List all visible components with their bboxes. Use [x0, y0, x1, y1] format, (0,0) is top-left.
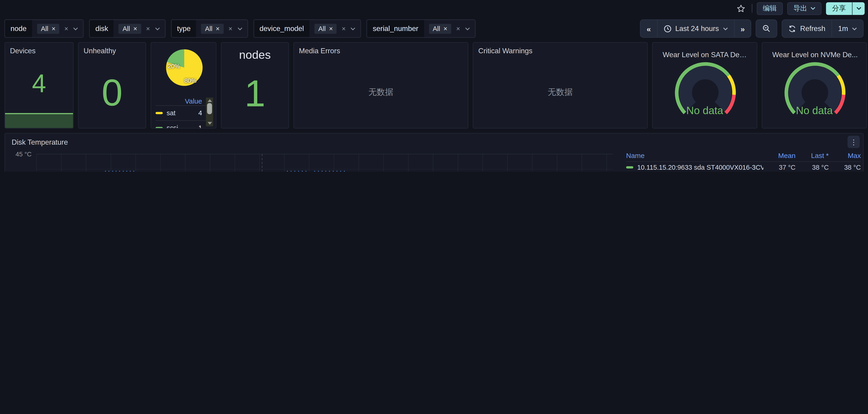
legend-column-header[interactable]: Last * — [796, 152, 829, 159]
filter-selected-chip[interactable]: All× — [314, 24, 337, 33]
pie-legend-value: 4 — [198, 109, 202, 117]
chevron-down-icon — [155, 27, 160, 30]
legend-series-name[interactable]: 10.115.15.20:9633 sda ST4000VX016-3CV104 — [626, 164, 763, 171]
filter-label[interactable]: serial_number — [367, 20, 424, 37]
filter-dropdown-arrow[interactable] — [73, 27, 78, 30]
filter-selected-chip[interactable]: All× — [37, 24, 59, 33]
pie-legend-scrollbar[interactable] — [206, 97, 213, 126]
time-range-group: « Last 24 hours » — [640, 19, 751, 38]
temperature-time-series-chart[interactable]: 45 °C40 °C35 °C30 °C25 °C20 °C23:0000:00… — [5, 134, 620, 172]
filter-value-box[interactable]: All×× — [32, 20, 83, 37]
panel-title[interactable]: Disk Temperature — [12, 138, 68, 146]
chip-remove-icon[interactable]: × — [216, 25, 220, 32]
pie-legend-row[interactable]: sat4 — [156, 106, 213, 120]
chip-remove-icon[interactable]: × — [133, 25, 137, 32]
filter-clear-icon[interactable]: × — [228, 25, 232, 32]
filter-value-box[interactable]: All×× — [196, 20, 247, 37]
refresh-interval-dropdown[interactable]: 1m — [832, 20, 863, 37]
filter-disk: diskAll×× — [89, 19, 165, 38]
edit-button[interactable]: 编辑 — [757, 2, 783, 15]
scrollbar-thumb[interactable] — [207, 103, 212, 114]
filter-label[interactable]: device_model — [254, 20, 310, 37]
panel-title[interactable]: Critical Warnings — [478, 47, 644, 55]
filter-value-box[interactable]: All×× — [310, 20, 361, 37]
refresh-icon — [788, 25, 797, 32]
devices-bar-gauge — [5, 113, 73, 128]
filter-label[interactable]: type — [172, 20, 196, 37]
zoom-out-icon — [763, 24, 771, 33]
panel-device-type-pie: 20% 80% Value sat4scsi1 — [151, 42, 216, 128]
top-toolbar: 编辑 导出 分享 — [0, 0, 868, 17]
legend-row: 10.115.15.20:9633 sda ST4000VX016-3CV104… — [626, 161, 861, 172]
devices-value: 4 — [5, 68, 73, 98]
filter-dropdown-arrow[interactable] — [155, 27, 160, 30]
filter-dropdown-arrow[interactable] — [350, 27, 355, 30]
pie-legend-row[interactable]: scsi1 — [156, 120, 213, 128]
series-line — [36, 171, 613, 172]
chevron-down-icon — [237, 27, 242, 30]
chip-remove-icon[interactable]: × — [329, 25, 333, 32]
chip-remove-icon[interactable]: × — [443, 25, 447, 32]
filter-dropdown-arrow[interactable] — [465, 27, 470, 30]
chevron-down-icon — [810, 7, 815, 10]
zoom-out-button[interactable] — [756, 20, 777, 37]
panel-title[interactable]: Unhealthy — [84, 47, 142, 55]
chevron-down-icon — [852, 27, 857, 30]
chip-remove-icon[interactable]: × — [52, 25, 56, 32]
share-split-button: 分享 — [826, 2, 865, 15]
filter-clear-icon[interactable]: × — [146, 25, 150, 32]
filter-label[interactable]: disk — [90, 20, 114, 37]
time-range-picker[interactable]: Last 24 hours — [657, 20, 734, 37]
share-button[interactable]: 分享 — [826, 2, 852, 15]
pie-legend-label[interactable]: sat — [166, 109, 194, 117]
legend-column-header[interactable]: Max — [829, 152, 861, 159]
time-shift-back-button[interactable]: « — [641, 20, 657, 37]
filter-value-box[interactable]: All×× — [114, 20, 165, 37]
favorite-star-icon[interactable] — [734, 2, 747, 14]
filter-selected-chip[interactable]: All× — [429, 24, 451, 33]
panel-devices: Devices 4 — [4, 42, 74, 128]
series-color-marker — [626, 166, 633, 169]
filter-selected-chip[interactable]: All× — [119, 24, 141, 33]
pie-legend-value: 1 — [198, 124, 202, 128]
legend-column-header[interactable]: Mean — [763, 152, 796, 159]
legend-name-text: 10.115.15.20:9633 sda ST4000VX016-3CV104 — [637, 164, 763, 171]
panel-title[interactable]: Wear Level on NVMe De... — [767, 47, 863, 59]
panel-title[interactable]: Devices — [10, 47, 70, 55]
chart-legend-table: NameMeanLast *Max 10.115.15.20:9633 sda … — [626, 150, 861, 172]
scroll-down-icon[interactable] — [208, 122, 212, 125]
filter-chip-text: All — [205, 25, 213, 32]
filter-clear-icon[interactable]: × — [64, 25, 68, 32]
pie-legend-label[interactable]: scsi — [166, 124, 194, 128]
panel-critical-warnings: Critical Warnings 无数据 — [473, 42, 648, 128]
pie-legend: Value sat4scsi1 — [156, 97, 213, 128]
stat-panel-row: Devices 4 Unhealthy 0 20% 80% Value sat4… — [4, 42, 867, 128]
chevron-down-icon — [350, 27, 355, 30]
refresh-group: Refresh 1m — [782, 19, 864, 38]
legend-column-header[interactable]: Name — [626, 152, 763, 159]
filter-chip-text: All — [41, 25, 48, 32]
filter-value-box[interactable]: All×× — [424, 20, 475, 37]
panel-wear-sata: Wear Level on SATA Devi... No data — [652, 42, 757, 128]
panel-title[interactable]: Wear Level on SATA Devi... — [658, 47, 753, 59]
filter-selected-chip[interactable]: All× — [201, 24, 223, 33]
pie-legend-header[interactable]: Value — [156, 97, 213, 106]
gauge-arc — [795, 72, 835, 107]
refresh-button[interactable]: Refresh — [782, 20, 832, 37]
panel-menu-kebab-icon[interactable]: ⋮ — [847, 136, 860, 148]
share-dropdown-button[interactable] — [852, 2, 865, 15]
export-button[interactable]: 导出 — [787, 2, 822, 15]
scroll-up-icon[interactable] — [208, 99, 212, 102]
zoom-out-group — [756, 19, 777, 38]
filter-clear-icon[interactable]: × — [342, 25, 345, 32]
panel-title[interactable]: nodes — [221, 48, 288, 62]
panel-title[interactable]: Media Errors — [299, 47, 464, 55]
filter-chip-text: All — [318, 25, 326, 32]
filter-bar: nodeAll××diskAll××typeAll××device_modelA… — [4, 19, 475, 38]
time-shift-forward-button[interactable]: » — [734, 20, 751, 37]
legend-last-value: 38 °C — [796, 164, 829, 171]
filter-label[interactable]: node — [5, 20, 32, 37]
series-color-marker — [156, 112, 163, 114]
filter-clear-icon[interactable]: × — [456, 25, 460, 32]
filter-dropdown-arrow[interactable] — [237, 27, 242, 30]
